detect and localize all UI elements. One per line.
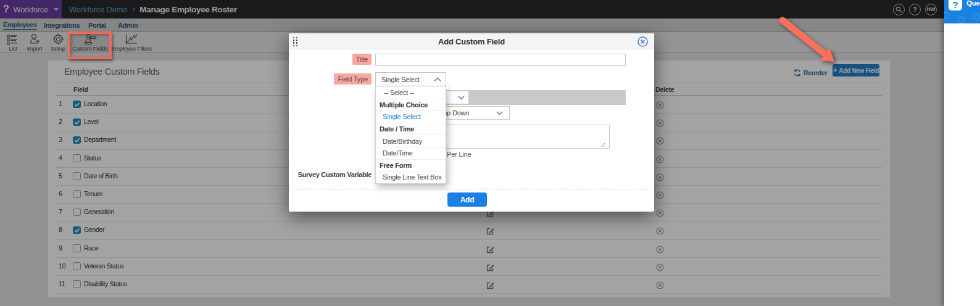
- help-panel: ? Que: [944, 0, 980, 306]
- dropdown-option[interactable]: Free Form: [376, 159, 446, 172]
- dropdown-option-label: Single Select: [383, 113, 421, 120]
- field-type-label: Field Type: [334, 73, 372, 85]
- dropdown-option-label: -- Select --: [384, 89, 414, 96]
- chevron-down-icon: [496, 109, 503, 117]
- title-input[interactable]: [375, 54, 626, 66]
- dropdown-option-label: Date / Time: [380, 125, 414, 133]
- add-button[interactable]: Add: [447, 192, 487, 207]
- help-panel-header[interactable]: ? Que: [944, 0, 980, 23]
- annotation-highlight-rectangle: [68, 31, 112, 59]
- decorative-shape: [973, 13, 980, 21]
- chevron-up-icon: [434, 76, 441, 83]
- dropdown-option[interactable]: Single Select: [376, 110, 446, 123]
- help-panel-title: Que: [966, 0, 980, 7]
- dropdown-option[interactable]: -- Select --: [376, 86, 446, 99]
- dropdown-option-label: Multiple Choice: [380, 101, 428, 109]
- dropdown-option[interactable]: Date / Time: [376, 123, 446, 135]
- annotation-arrow: [765, 6, 852, 71]
- dropdown-option-label: Date/Time: [383, 149, 413, 157]
- dropdown-option-label: Single Line Text Box: [383, 173, 441, 181]
- dashed-divider: [295, 189, 648, 189]
- close-icon[interactable]: [637, 36, 648, 47]
- decorative-shape: [958, 17, 965, 23]
- modal-header[interactable]: Add Custom Field: [289, 33, 654, 49]
- decorative-shape: [944, 12, 949, 19]
- resize-handle[interactable]: [600, 142, 606, 147]
- modal-title: Add Custom Field: [289, 33, 654, 49]
- dropdown-option-list: -- Select -- Multiple Choice Single Sele…: [375, 86, 446, 184]
- title-field-label: Title: [352, 54, 372, 65]
- question-mark-icon: ?: [949, 0, 962, 10]
- dropdown-option[interactable]: Date/Time: [376, 147, 446, 159]
- field-type-select[interactable]: Single Select: [375, 72, 446, 86]
- dropdown-option-label: Free Form: [380, 162, 412, 169]
- dropdown-option[interactable]: Date/Birthday: [376, 134, 446, 147]
- dropdown-option[interactable]: Single Line Text Box: [376, 171, 446, 183]
- dropdown-option[interactable]: Multiple Choice: [376, 99, 446, 111]
- dropdown-option-label: Date/Birthday: [383, 138, 422, 145]
- chevron-down-icon: [458, 94, 465, 101]
- survey-custom-variable-label: Survey Custom Variable: [298, 171, 372, 178]
- add-custom-field-modal: Add Custom Field Title Field Type Drop D…: [289, 33, 654, 212]
- field-type-dropdown: Single Select -- Select -- Multiple Choi…: [375, 72, 446, 184]
